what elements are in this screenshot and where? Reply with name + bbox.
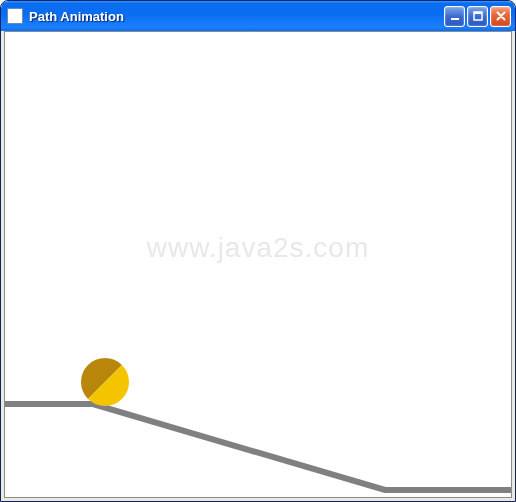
client-area: www.java2s.com <box>4 31 512 498</box>
minimize-button[interactable] <box>444 6 465 27</box>
motion-path <box>5 404 512 490</box>
minimize-icon <box>449 10 461 22</box>
maximize-icon <box>472 10 484 22</box>
svg-rect-0 <box>451 18 459 20</box>
svg-rect-2 <box>474 12 482 14</box>
titlebar-buttons <box>444 6 511 27</box>
maximize-button[interactable] <box>467 6 488 27</box>
app-window: Path Animation www.java2s.com <box>0 0 516 502</box>
app-icon <box>7 8 23 24</box>
animation-canvas <box>5 32 512 498</box>
close-button[interactable] <box>490 6 511 27</box>
window-title: Path Animation <box>29 9 444 24</box>
titlebar[interactable]: Path Animation <box>1 1 515 31</box>
close-icon <box>495 10 507 22</box>
